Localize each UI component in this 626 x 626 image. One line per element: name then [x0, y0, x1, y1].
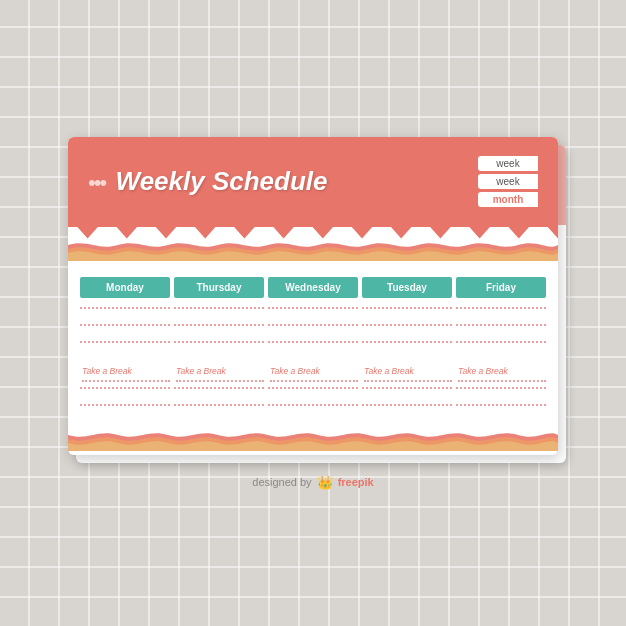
schedule-row-1 — [80, 307, 546, 321]
footer-prefix: designed by — [252, 476, 311, 488]
schedule-body: Take a Break Take a Break Take a Break T… — [68, 298, 558, 431]
cell-r1-2 — [174, 307, 264, 321]
footer: designed by 👑 freepik — [252, 475, 373, 490]
day-friday: Friday — [456, 277, 546, 298]
schedule-row-2 — [80, 324, 546, 338]
footer-brand: freepik — [338, 476, 374, 488]
day-thursday: Thursday — [174, 277, 264, 298]
wave-svg — [68, 237, 558, 261]
break-dotted-3 — [270, 380, 358, 382]
bottom-wave-svg — [68, 431, 558, 451]
break-label-4: Take a Break — [364, 366, 414, 376]
cell-r2-3 — [268, 324, 358, 338]
cell-r5-1 — [80, 404, 170, 418]
break-dotted-5 — [458, 380, 546, 382]
freepik-crown-icon: 👑 — [317, 475, 333, 490]
tab-month[interactable]: month — [478, 192, 538, 207]
day-monday: Monday — [80, 277, 170, 298]
cell-r3-4 — [362, 341, 452, 355]
cell-r4-5 — [456, 387, 546, 401]
break-cell-3: Take a Break — [268, 360, 358, 382]
schedule-row-3 — [80, 341, 546, 355]
break-label-1: Take a Break — [82, 366, 132, 376]
schedule-card-wrapper: ••• Weekly Schedule week week month Mond… — [68, 137, 558, 457]
cell-r3-2 — [174, 341, 264, 355]
schedule-row-4 — [80, 387, 546, 401]
cell-r2-5 — [456, 324, 546, 338]
schedule-title: Weekly Schedule — [116, 166, 328, 196]
days-header: Monday Thursday Wednesday Tuesday Friday — [68, 277, 558, 298]
tab-week-1[interactable]: week — [478, 156, 538, 171]
cell-r1-5 — [456, 307, 546, 321]
cell-r2-4 — [362, 324, 452, 338]
schedule-row-5 — [80, 404, 546, 418]
cell-r5-2 — [174, 404, 264, 418]
day-wednesday: Wednesday — [268, 277, 358, 298]
cell-r4-2 — [174, 387, 264, 401]
main-card: ••• Weekly Schedule week week month Mond… — [68, 137, 558, 455]
cell-r4-4 — [362, 387, 452, 401]
cell-r3-1 — [80, 341, 170, 355]
break-cell-2: Take a Break — [174, 360, 264, 382]
cell-r4-3 — [268, 387, 358, 401]
break-dotted-1 — [82, 380, 170, 382]
cell-r1-4 — [362, 307, 452, 321]
cell-r5-4 — [362, 404, 452, 418]
tabs-area: week week month — [478, 156, 538, 207]
break-row: Take a Break Take a Break Take a Break T… — [80, 360, 546, 382]
break-cell-1: Take a Break — [80, 360, 170, 382]
break-cell-5: Take a Break — [456, 360, 546, 382]
bottom-wave — [68, 431, 558, 451]
cell-r1-3 — [268, 307, 358, 321]
cell-r4-1 — [80, 387, 170, 401]
tab-week-2[interactable]: week — [478, 174, 538, 189]
break-cell-4: Take a Break — [362, 360, 452, 382]
card-header: ••• Weekly Schedule week week month — [68, 137, 558, 227]
title-area: ••• Weekly Schedule — [88, 166, 478, 197]
cell-r3-5 — [456, 341, 546, 355]
break-label-5: Take a Break — [458, 366, 508, 376]
cell-r1-1 — [80, 307, 170, 321]
wave-decoration — [68, 237, 558, 261]
cell-r3-3 — [268, 341, 358, 355]
break-label-2: Take a Break — [176, 366, 226, 376]
cell-r5-5 — [456, 404, 546, 418]
break-label-3: Take a Break — [270, 366, 320, 376]
break-dotted-4 — [364, 380, 452, 382]
cell-r2-1 — [80, 324, 170, 338]
day-tuesday: Tuesday — [362, 277, 452, 298]
cell-r5-3 — [268, 404, 358, 418]
dots-decoration: ••• — [88, 170, 105, 195]
break-dotted-2 — [176, 380, 264, 382]
cell-r2-2 — [174, 324, 264, 338]
